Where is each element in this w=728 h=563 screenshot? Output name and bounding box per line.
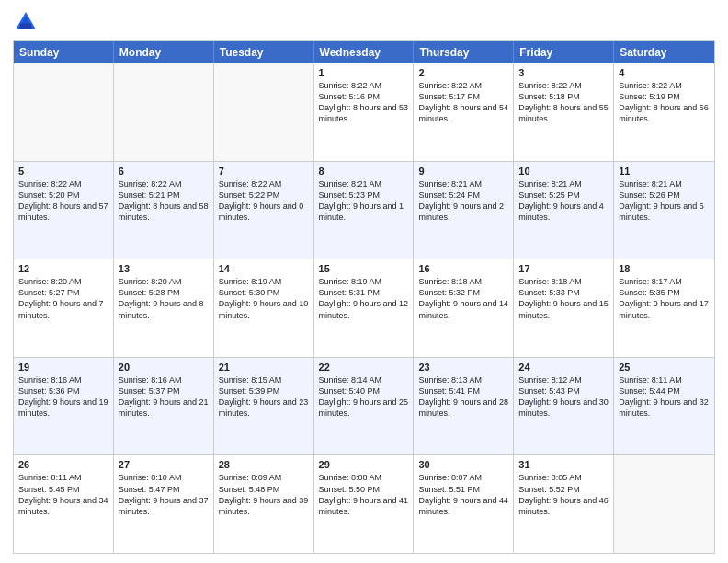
sunset-text: Sunset: 5:39 PM (219, 385, 309, 396)
day-number: 4 (619, 67, 710, 78)
day-header-tuesday: Tuesday (214, 41, 314, 63)
day-number: 25 (619, 362, 710, 373)
page: SundayMondayTuesdayWednesdayThursdayFrid… (0, 0, 728, 563)
day-header-wednesday: Wednesday (314, 41, 415, 63)
daylight-text: Daylight: 9 hours and 21 minutes. (119, 396, 209, 419)
daylight-text: Daylight: 8 hours and 56 minutes. (619, 102, 710, 124)
sunset-text: Sunset: 5:32 PM (418, 287, 508, 298)
day-header-thursday: Thursday (414, 41, 514, 63)
day-number: 20 (119, 362, 209, 373)
sunset-text: Sunset: 5:31 PM (319, 287, 409, 298)
calendar-row: 5Sunrise: 8:22 AMSunset: 5:20 PMDaylight… (14, 161, 714, 259)
sunrise-text: Sunrise: 8:21 AM (319, 178, 409, 190)
daylight-text: Daylight: 9 hours and 14 minutes. (418, 298, 508, 320)
sunrise-text: Sunrise: 8:18 AM (418, 276, 508, 287)
daylight-text: Daylight: 9 hours and 4 minutes. (518, 201, 609, 223)
sunset-text: Sunset: 5:43 PM (518, 385, 609, 396)
day-number: 30 (418, 459, 508, 470)
sunset-text: Sunset: 5:22 PM (219, 190, 309, 201)
sunrise-text: Sunrise: 8:20 AM (119, 276, 209, 287)
day-number: 29 (319, 459, 409, 470)
day-number: 10 (518, 166, 609, 177)
sunrise-text: Sunrise: 8:22 AM (418, 80, 508, 91)
sunrise-text: Sunrise: 8:16 AM (18, 374, 108, 385)
daylight-text: Daylight: 8 hours and 58 minutes. (119, 201, 209, 223)
sunset-text: Sunset: 5:20 PM (18, 190, 108, 201)
sunrise-text: Sunrise: 8:22 AM (518, 80, 609, 91)
day-number: 5 (18, 166, 108, 177)
sunrise-text: Sunrise: 8:16 AM (119, 374, 209, 385)
empty-cell (614, 455, 714, 553)
daylight-text: Daylight: 9 hours and 25 minutes. (319, 396, 409, 419)
daylight-text: Daylight: 9 hours and 15 minutes. (518, 298, 609, 320)
sunset-text: Sunset: 5:23 PM (319, 190, 409, 201)
sunset-text: Sunset: 5:19 PM (619, 91, 710, 102)
day-cell-18: 18Sunrise: 8:17 AMSunset: 5:35 PMDayligh… (614, 259, 714, 357)
day-cell-17: 17Sunrise: 8:18 AMSunset: 5:33 PMDayligh… (514, 259, 614, 357)
sunset-text: Sunset: 5:28 PM (119, 287, 209, 298)
daylight-text: Daylight: 9 hours and 28 minutes. (418, 396, 508, 419)
day-cell-19: 19Sunrise: 8:16 AMSunset: 5:36 PMDayligh… (14, 358, 114, 455)
day-cell-26: 26Sunrise: 8:11 AMSunset: 5:45 PMDayligh… (14, 455, 114, 553)
daylight-text: Daylight: 9 hours and 5 minutes. (619, 201, 710, 223)
daylight-text: Daylight: 9 hours and 46 minutes. (518, 495, 609, 517)
sunrise-text: Sunrise: 8:22 AM (319, 80, 409, 91)
sunrise-text: Sunrise: 8:22 AM (18, 178, 108, 190)
daylight-text: Daylight: 9 hours and 30 minutes. (518, 396, 609, 419)
day-header-sunday: Sunday (14, 41, 114, 63)
sunset-text: Sunset: 5:44 PM (619, 385, 710, 396)
daylight-text: Daylight: 9 hours and 17 minutes. (619, 298, 710, 320)
day-number: 31 (518, 459, 609, 470)
sunrise-text: Sunrise: 8:11 AM (18, 472, 108, 483)
day-number: 8 (319, 166, 409, 177)
sunset-text: Sunset: 5:52 PM (518, 484, 609, 495)
day-number: 28 (219, 459, 309, 470)
day-number: 17 (518, 263, 609, 274)
sunrise-text: Sunrise: 8:15 AM (219, 374, 309, 385)
day-cell-25: 25Sunrise: 8:11 AMSunset: 5:44 PMDayligh… (614, 358, 714, 455)
sunrise-text: Sunrise: 8:22 AM (119, 178, 209, 190)
daylight-text: Daylight: 9 hours and 19 minutes. (18, 396, 108, 419)
sunrise-text: Sunrise: 8:21 AM (418, 178, 508, 190)
sunrise-text: Sunrise: 8:11 AM (619, 374, 710, 385)
day-cell-16: 16Sunrise: 8:18 AMSunset: 5:32 PMDayligh… (414, 259, 514, 357)
daylight-text: Daylight: 8 hours and 55 minutes. (518, 102, 609, 124)
sunset-text: Sunset: 5:27 PM (18, 287, 108, 298)
day-cell-31: 31Sunrise: 8:05 AMSunset: 5:52 PMDayligh… (514, 455, 614, 553)
daylight-text: Daylight: 9 hours and 8 minutes. (119, 298, 209, 320)
sunset-text: Sunset: 5:30 PM (219, 287, 309, 298)
sunset-text: Sunset: 5:37 PM (119, 385, 209, 396)
day-cell-11: 11Sunrise: 8:21 AMSunset: 5:26 PMDayligh… (614, 162, 714, 259)
daylight-text: Daylight: 9 hours and 23 minutes. (219, 396, 309, 419)
day-cell-13: 13Sunrise: 8:20 AMSunset: 5:28 PMDayligh… (114, 259, 214, 357)
day-cell-6: 6Sunrise: 8:22 AMSunset: 5:21 PMDaylight… (114, 162, 214, 259)
sunset-text: Sunset: 5:26 PM (619, 190, 710, 201)
day-cell-23: 23Sunrise: 8:13 AMSunset: 5:41 PMDayligh… (414, 358, 514, 455)
calendar-row: 19Sunrise: 8:16 AMSunset: 5:36 PMDayligh… (14, 357, 714, 455)
daylight-text: Daylight: 9 hours and 34 minutes. (18, 495, 108, 517)
calendar-header: SundayMondayTuesdayWednesdayThursdayFrid… (14, 41, 714, 63)
daylight-text: Daylight: 8 hours and 53 minutes. (319, 102, 409, 124)
day-number: 6 (119, 166, 209, 177)
daylight-text: Daylight: 9 hours and 41 minutes. (319, 495, 409, 517)
sunrise-text: Sunrise: 8:08 AM (319, 472, 409, 483)
day-cell-20: 20Sunrise: 8:16 AMSunset: 5:37 PMDayligh… (114, 358, 214, 455)
calendar-row: 1Sunrise: 8:22 AMSunset: 5:16 PMDaylight… (14, 63, 714, 161)
day-number: 24 (518, 362, 609, 373)
sunrise-text: Sunrise: 8:13 AM (418, 374, 508, 385)
sunset-text: Sunset: 5:25 PM (518, 190, 609, 201)
day-cell-24: 24Sunrise: 8:12 AMSunset: 5:43 PMDayligh… (514, 358, 614, 455)
day-cell-7: 7Sunrise: 8:22 AMSunset: 5:22 PMDaylight… (214, 162, 314, 259)
day-cell-15: 15Sunrise: 8:19 AMSunset: 5:31 PMDayligh… (314, 259, 415, 357)
sunset-text: Sunset: 5:51 PM (418, 484, 508, 495)
daylight-text: Daylight: 9 hours and 12 minutes. (319, 298, 409, 320)
daylight-text: Daylight: 9 hours and 0 minutes. (219, 201, 309, 223)
day-cell-29: 29Sunrise: 8:08 AMSunset: 5:50 PMDayligh… (314, 455, 415, 553)
day-cell-28: 28Sunrise: 8:09 AMSunset: 5:48 PMDayligh… (214, 455, 314, 553)
sunset-text: Sunset: 5:36 PM (18, 385, 108, 396)
calendar-row: 12Sunrise: 8:20 AMSunset: 5:27 PMDayligh… (14, 259, 714, 357)
day-cell-9: 9Sunrise: 8:21 AMSunset: 5:24 PMDaylight… (414, 162, 514, 259)
day-number: 13 (119, 263, 209, 274)
day-number: 19 (18, 362, 108, 373)
sunset-text: Sunset: 5:47 PM (119, 484, 209, 495)
